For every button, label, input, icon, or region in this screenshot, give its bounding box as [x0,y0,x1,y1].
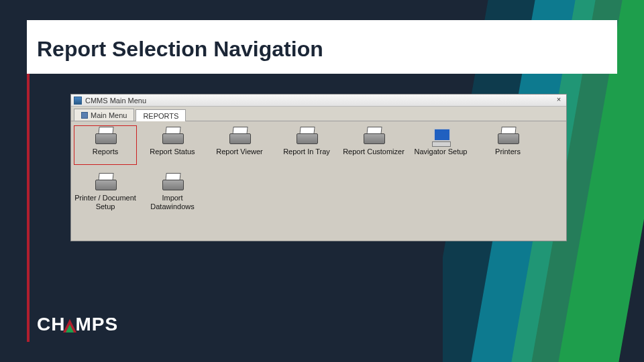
icon-label: Report Viewer [208,147,271,165]
icon-row-2: Printer / Document Setup Import Datawind… [74,172,564,211]
icon-label: Report In Tray [275,147,338,165]
logo-text-right: MPS [75,314,118,335]
icon-label: Printers [476,147,539,165]
printer-icon [295,127,318,145]
printer-icon [161,173,184,192]
tab-strip: Main Menu REPORTS [71,107,566,121]
icon-label: Import Datawindows [141,194,204,211]
window-icon [74,97,82,105]
tab-label: Main Menu [91,111,127,119]
computer-icon [429,127,452,145]
cmms-main-menu-window: CMMS Main Menu × Main Menu REPORTS Repor… [70,94,567,241]
printer-icon [362,127,385,145]
tab-main-menu[interactable]: Main Menu [74,109,134,121]
printer-icon [94,173,117,192]
icon-import-datawindows[interactable]: Import Datawindows [141,172,204,211]
tab-reports[interactable]: REPORTS [136,109,186,121]
window-title: CMMS Main Menu [85,97,146,105]
icon-report-viewer[interactable]: Report Viewer [208,125,271,165]
icon-report-status[interactable]: Report Status [141,125,204,165]
logo-a-icon [63,319,76,333]
icon-printer-document-setup[interactable]: Printer / Document Setup [74,172,137,211]
icon-label: Report Status [141,147,204,165]
window-titlebar: CMMS Main Menu × [71,95,566,107]
printer-icon [228,127,251,145]
tab-icon [81,112,88,119]
workspace: Reports Report Status Report Viewer Repo… [71,121,566,241]
icon-label: Report Customizer [342,147,405,165]
logo-text-left: CH [37,314,65,335]
close-button[interactable]: × [554,96,564,104]
icon-reports[interactable]: Reports [74,125,137,165]
icon-printers[interactable]: Printers [476,125,539,165]
printer-icon [94,127,117,145]
icon-label: Navigator Setup [409,147,472,165]
printer-icon [161,127,184,145]
icon-label: Reports [74,147,137,165]
printer-icon [496,127,519,145]
champs-logo: CH MPS [37,314,118,335]
slide-title: Report Selection Navigation [37,37,323,62]
icon-navigator-setup[interactable]: Navigator Setup [409,125,472,165]
icon-report-in-tray[interactable]: Report In Tray [275,125,338,165]
tab-label: REPORTS [143,112,178,120]
icon-label: Printer / Document Setup [74,194,137,211]
icon-row-1: Reports Report Status Report Viewer Repo… [74,125,564,165]
icon-report-customizer[interactable]: Report Customizer [342,125,405,165]
